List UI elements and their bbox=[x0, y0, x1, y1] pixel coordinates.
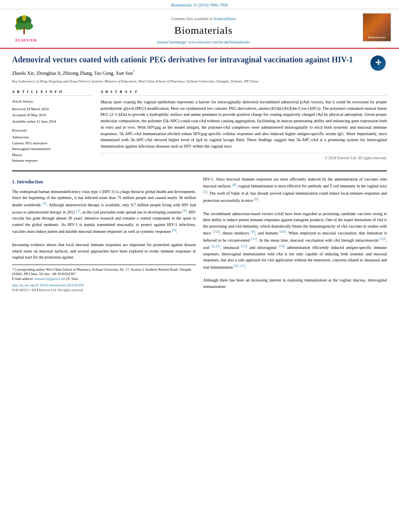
ref-4: [4] bbox=[232, 183, 236, 187]
ref-7-8: [7,8] bbox=[213, 230, 220, 234]
ref-9: [9] bbox=[251, 230, 255, 234]
article-title: Adenoviral vectors coated with cationic … bbox=[12, 54, 387, 65]
section-divider bbox=[12, 170, 387, 171]
ref-15-17: [15–17] bbox=[234, 264, 245, 268]
footnote-email: E-mail address: xunsun22@gmail.com (X. S… bbox=[12, 277, 196, 281]
ref-1: [1] bbox=[42, 201, 47, 205]
elsevier-logo: ELSEVIER bbox=[8, 15, 44, 46]
body-para-2: Increasing evidence shows that local muc… bbox=[12, 242, 196, 261]
ref-11: [11] bbox=[251, 237, 257, 241]
main-content: Adenoviral vectors coated with cationic … bbox=[0, 49, 399, 298]
keywords-list: Adenovirus Cationic PEG derivative Intra… bbox=[12, 135, 93, 163]
body-para-4: The recombinant adenovirus-based vectors… bbox=[203, 211, 387, 271]
doi-link[interactable]: http://dx.doi.org/10.1016/j.biomaterials… bbox=[12, 283, 196, 288]
article-info-label: A R T I C L E I N F O bbox=[12, 89, 93, 96]
ref-5: [5] bbox=[203, 190, 208, 194]
abstract-text: Mucus layer coating the vaginal epitheli… bbox=[101, 99, 387, 150]
keyword-intravaginal: Intravaginal immunization bbox=[12, 146, 93, 152]
received-date: Received 24 March 2014 bbox=[12, 107, 93, 112]
article-info-column: A R T I C L E I N F O Article history: R… bbox=[12, 89, 93, 164]
email-link[interactable]: xunsun22@gmail.com bbox=[34, 277, 65, 281]
journal-cover-image: Biomaterials bbox=[363, 13, 391, 41]
body-columns: 1. Introduction The widespread human imm… bbox=[12, 176, 387, 293]
journal-header: ELSEVIER Contents lists available at Sci… bbox=[0, 9, 399, 49]
article-info-abstract: A R T I C L E I N F O Article history: R… bbox=[12, 89, 387, 164]
ref-1b: [1] bbox=[76, 209, 80, 213]
body-para-3: HIV-1. Since mucosal immune responses ar… bbox=[203, 176, 387, 204]
article-history-label: Article history: bbox=[12, 99, 93, 104]
journal-cover: Biomaterials bbox=[363, 13, 391, 48]
ref-12: [12] bbox=[380, 237, 386, 241]
abstract-column: A B S T R A C T Mucus layer coating the … bbox=[101, 89, 387, 164]
available-date: Available online 12 June 2014 bbox=[12, 119, 93, 124]
journal-header-center: Contents lists available at ScienceDirec… bbox=[44, 16, 363, 45]
body-para-5: Although there has been an increasing in… bbox=[203, 277, 387, 290]
homepage-url[interactable]: www.elsevier.com/locate/biomaterials bbox=[188, 40, 250, 44]
svg-rect-4 bbox=[23, 27, 25, 34]
sciencedirect-link[interactable]: ScienceDirect bbox=[213, 16, 236, 21]
body-left-column: 1. Introduction The widespread human imm… bbox=[12, 176, 196, 293]
issn: 0142-9612/© 2014 Elsevier Ltd. All right… bbox=[12, 288, 196, 293]
authors: Zhaolu Xie, Zhonghua Ji, Zhirong Zhang, … bbox=[12, 69, 387, 77]
ref-2: [2] bbox=[183, 209, 187, 213]
elsevier-tree-icon bbox=[12, 15, 40, 37]
keyword-immune: Immune response bbox=[12, 158, 93, 163]
abstract-label: A B S T R A C T bbox=[101, 89, 387, 96]
keyword-mucus: Mucus bbox=[12, 152, 93, 158]
journal-homepage: journal homepage: www.elsevier.com/locat… bbox=[44, 39, 363, 45]
body-right-column: HIV-1. Since mucosal immune responses ar… bbox=[203, 176, 387, 293]
crossmark-badge[interactable]: ✛ bbox=[369, 54, 387, 72]
accepted-date: Accepted 20 May 2014 bbox=[12, 113, 93, 118]
ref-13: [13] bbox=[241, 244, 247, 248]
copyright-notice: © 2014 Elsevier Ltd. All rights reserved… bbox=[101, 153, 387, 161]
ref-6: [6] bbox=[254, 197, 259, 201]
keyword-cationic-peg: Cationic PEG derivative bbox=[12, 141, 93, 146]
keyword-adenovirus: Adenovirus bbox=[12, 135, 93, 140]
crossmark-icon: ✛ bbox=[370, 55, 386, 71]
footnote-corresponding: * Corresponding author. West China Schoo… bbox=[12, 267, 196, 277]
journal-reference: Biomaterials 35 (2014) 7896–7908 bbox=[0, 0, 399, 9]
corresponding-author-marker: * bbox=[133, 69, 135, 74]
ref-3: [3] bbox=[172, 228, 177, 232]
ref-10: [10] bbox=[280, 230, 286, 234]
cover-text: Biomaterials bbox=[368, 36, 386, 40]
journal-name: Biomaterials bbox=[44, 23, 363, 38]
affiliation: Key Laboratory of Drug Targeting and Dru… bbox=[12, 79, 387, 84]
elsevier-wordmark: ELSEVIER bbox=[15, 38, 37, 43]
contents-line: Contents lists available at ScienceDirec… bbox=[44, 16, 363, 22]
intro-heading: 1. Introduction bbox=[12, 179, 196, 185]
ref-14: [14] bbox=[279, 244, 285, 248]
footnote-area: * Corresponding author. West China Schoo… bbox=[12, 265, 196, 293]
keywords-label: Keywords: bbox=[12, 128, 93, 133]
body-para-1: The widespread human immunodeficiency vi… bbox=[12, 189, 196, 235]
ref-2-11: [2,11] bbox=[212, 244, 220, 248]
